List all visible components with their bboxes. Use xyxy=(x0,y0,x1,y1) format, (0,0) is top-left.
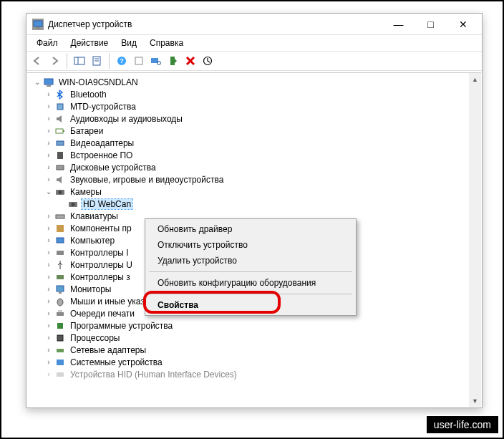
chevron-right-icon[interactable]: › xyxy=(43,212,54,220)
chevron-right-icon[interactable]: › xyxy=(43,236,54,244)
chevron-right-icon[interactable]: › xyxy=(43,273,54,281)
toolbar: ? xyxy=(26,51,482,71)
svg-rect-19 xyxy=(57,141,64,145)
vertical-scrollbar[interactable]: ▲ ▼ xyxy=(469,73,481,407)
chevron-right-icon[interactable]: › xyxy=(43,249,54,256)
help-button[interactable]: ? xyxy=(114,53,130,69)
chevron-right-icon[interactable]: › xyxy=(43,90,54,98)
forward-button[interactable] xyxy=(47,53,62,69)
chevron-right-icon[interactable]: › xyxy=(43,334,54,342)
svg-rect-37 xyxy=(57,335,63,341)
menubar: Файл Действие Вид Справка xyxy=(26,35,482,51)
svg-rect-1 xyxy=(36,27,40,29)
chevron-right-icon[interactable]: › xyxy=(43,285,54,293)
tree-root-label: WIN-OIA9C5NDLAN xyxy=(57,77,140,87)
tree-item-mtd[interactable]: ›MTD-устройства xyxy=(27,100,469,112)
tree-item-software-devices[interactable]: ›Программные устройства xyxy=(27,319,469,332)
properties-button[interactable] xyxy=(89,53,105,69)
disk-icon xyxy=(54,162,66,173)
menu-help[interactable]: Справка xyxy=(144,37,189,49)
uninstall-device-button[interactable] xyxy=(183,53,198,69)
chevron-right-icon[interactable]: › xyxy=(43,309,54,317)
tree-item-audio-io[interactable]: ›Аудиовходы и аудиовыходы xyxy=(27,112,469,125)
window-title: Диспетчер устройств xyxy=(48,19,382,29)
keyboard-icon xyxy=(54,211,66,222)
enable-device-button[interactable] xyxy=(165,53,181,69)
maximize-button[interactable]: □ xyxy=(415,14,447,34)
chevron-right-icon[interactable]: › xyxy=(43,127,54,135)
svg-rect-38 xyxy=(57,349,64,352)
tree-root[interactable]: ⌄ WIN-OIA9C5NDLAN xyxy=(27,76,469,88)
sound-icon xyxy=(54,174,66,185)
camera-icon xyxy=(54,186,66,198)
usb-icon xyxy=(54,259,66,271)
chevron-down-icon[interactable]: ⌄ xyxy=(32,78,43,86)
svg-rect-18 xyxy=(63,130,64,132)
svg-rect-28 xyxy=(57,238,64,243)
chip-icon xyxy=(54,101,66,112)
minimize-button[interactable]: — xyxy=(382,14,415,34)
device-manager-window: Диспетчер устройств — □ ✕ Файл Действие … xyxy=(26,13,483,408)
monitor-icon xyxy=(54,284,66,295)
chevron-right-icon[interactable]: › xyxy=(43,297,54,305)
chevron-down-icon[interactable]: ⌄ xyxy=(43,188,54,196)
context-menu-uninstall-device[interactable]: Удалить устройство xyxy=(147,253,354,269)
tree-item-network-adapters[interactable]: ›Сетевые адаптеры xyxy=(27,344,469,356)
chevron-right-icon[interactable]: › xyxy=(43,102,54,110)
battery-icon xyxy=(54,125,66,137)
tree-item-disk-drives[interactable]: ›Дисковые устройства xyxy=(27,161,469,173)
tree-item-system-devices[interactable]: ›Системные устройства xyxy=(27,356,469,368)
svg-rect-15 xyxy=(47,85,51,87)
svg-point-23 xyxy=(59,190,62,194)
svg-point-25 xyxy=(72,203,75,206)
hid-icon xyxy=(54,369,66,380)
chevron-right-icon[interactable]: › xyxy=(43,370,54,378)
update-driver-button[interactable] xyxy=(200,53,215,69)
chevron-right-icon[interactable]: › xyxy=(43,151,54,159)
chevron-right-icon[interactable]: › xyxy=(43,322,54,329)
svg-rect-40 xyxy=(57,372,64,377)
tree-item-batteries[interactable]: ›Батареи xyxy=(27,125,469,137)
tree-item-hid[interactable]: ›Устройства HID (Human Interface Devices… xyxy=(27,368,469,380)
context-menu-separator xyxy=(149,294,352,294)
chevron-right-icon[interactable]: › xyxy=(43,358,54,366)
svg-rect-30 xyxy=(57,275,64,279)
back-button[interactable] xyxy=(29,53,45,69)
svg-rect-39 xyxy=(57,360,64,365)
svg-rect-35 xyxy=(58,310,62,312)
scroll-up-icon[interactable]: ▲ xyxy=(469,73,481,85)
menu-view[interactable]: Вид xyxy=(115,37,142,49)
system-device-icon xyxy=(54,357,66,368)
tree-item-hd-webcam[interactable]: HD WebCan xyxy=(27,198,469,210)
tree-item-sound-game-video[interactable]: ›Звуковые, игровые и видеоустройства xyxy=(27,173,469,185)
context-menu-scan-hardware[interactable]: Обновить конфигурацию оборудования xyxy=(147,275,354,291)
scroll-down-icon[interactable]: ▼ xyxy=(469,395,481,407)
tree-item-processors[interactable]: ›Процессоры xyxy=(27,332,469,344)
tree-item-bluetooth[interactable]: ›Bluetooth xyxy=(27,88,469,100)
chevron-right-icon[interactable]: › xyxy=(43,346,54,354)
chevron-right-icon[interactable]: › xyxy=(43,139,54,147)
context-menu-properties[interactable]: Свойства xyxy=(147,297,354,313)
toolbar-separator xyxy=(109,53,110,69)
context-menu-update-driver[interactable]: Обновить драйвер xyxy=(147,221,354,237)
chevron-right-icon[interactable]: › xyxy=(43,261,54,269)
tree-item-firmware[interactable]: ›Встроенное ПО xyxy=(27,149,469,161)
close-button[interactable]: ✕ xyxy=(447,14,479,34)
chevron-right-icon[interactable]: › xyxy=(43,115,54,122)
network-icon xyxy=(54,344,66,356)
chevron-right-icon[interactable]: › xyxy=(43,163,54,171)
menu-file[interactable]: Файл xyxy=(31,37,64,49)
computer-icon xyxy=(43,77,54,88)
audio-icon xyxy=(54,113,66,125)
show-hide-tree-button[interactable] xyxy=(72,53,87,69)
context-menu-disable-device[interactable]: Отключить устройство xyxy=(147,237,354,253)
scan-hardware-button[interactable] xyxy=(148,53,164,69)
app-icon xyxy=(32,19,44,30)
chevron-right-icon[interactable]: › xyxy=(43,224,54,232)
menu-action[interactable]: Действие xyxy=(65,37,115,49)
display-adapter-icon xyxy=(54,138,66,149)
tree-item-display-adapters[interactable]: ›Видеоадаптеры xyxy=(27,137,469,149)
chevron-right-icon[interactable]: › xyxy=(43,175,54,183)
action-button[interactable] xyxy=(131,53,147,69)
tree-item-cameras[interactable]: ⌄Камеры xyxy=(27,185,469,198)
